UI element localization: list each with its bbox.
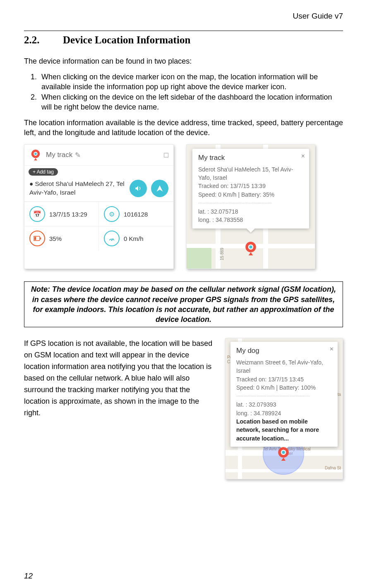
close-icon[interactable]: × xyxy=(330,344,333,354)
popup-speed-battery: Speed: 0 Km/h | Battery: 100% xyxy=(236,383,332,392)
popup-address: Weizmann Street 6, Tel Aviv-Yafo, Israel xyxy=(236,358,332,375)
svg-rect-4 xyxy=(34,237,36,240)
battery-value: 35% xyxy=(49,235,62,242)
device-marker-icon[interactable] xyxy=(276,447,290,461)
two-column-section: If GPS location is not available, the lo… xyxy=(24,338,343,479)
section-title: Device Location Information xyxy=(63,34,190,45)
svg-point-2 xyxy=(34,153,37,155)
info-popup: × My track Sderot Sha'ul HaMelech 15, Te… xyxy=(192,149,309,228)
device-header-row: My track ✎ □ xyxy=(24,145,173,166)
calendar-icon: 📅 xyxy=(29,206,45,222)
info-grid: 📅 13/7/15 13:29 ⚙ 1016128 35% 0 Km/h xyxy=(24,202,173,250)
date-cell: 📅 13/7/15 13:29 xyxy=(24,202,99,226)
popup-divider: ----------------------------------------… xyxy=(198,200,303,206)
location-icon: ● xyxy=(29,180,33,187)
list-item: When clicking on the device on the left … xyxy=(39,93,343,112)
popup-gsm-notice: Location based on mobile network, search… xyxy=(236,417,332,443)
navigate-button[interactable] xyxy=(151,180,168,197)
note-box: Note: The device location may be based o… xyxy=(24,281,343,327)
document-header: User Guide v7 xyxy=(24,12,343,21)
gauge-icon xyxy=(104,231,120,246)
popup-title: My dog xyxy=(236,346,332,356)
address-text: ●Sderot Sha'ul HaMelech 27, Tel Aviv-Yaf… xyxy=(29,180,125,197)
divider xyxy=(24,31,343,31)
figure-row: My track ✎ □ + Add tag ●Sderot Sha'ul Ha… xyxy=(24,144,343,269)
section-number: 2.2. xyxy=(24,34,63,46)
popup-tail-icon xyxy=(247,229,255,233)
device-marker-icon[interactable] xyxy=(244,241,258,255)
edit-icon[interactable]: ✎ xyxy=(75,151,81,159)
popup-address: Sderot Sha'ul HaMelech 15, Tel Aviv-Yafo… xyxy=(198,165,303,182)
popup-long: long. : 34.789924 xyxy=(236,409,332,417)
close-icon[interactable]: × xyxy=(301,151,305,161)
map-gsm-popup-figure: Pediatric Cardiology Tel Aviv Sourasky M… xyxy=(225,338,343,479)
speed-value: 0 Km/h xyxy=(124,235,144,242)
pin-icon xyxy=(29,149,42,161)
gear-icon: ⚙ xyxy=(104,206,120,222)
popup-tracked: Tracked on: 13/7/15 13:45 xyxy=(236,375,332,383)
paragraph: If GPS location is not available, the lo… xyxy=(24,338,216,419)
page-number: 12 xyxy=(24,571,33,581)
device-name-label: My track xyxy=(46,151,72,159)
code-value: 1016128 xyxy=(124,211,148,218)
street-label: 15 869 xyxy=(220,248,224,261)
add-tag-button[interactable]: + Add tag xyxy=(29,168,58,176)
svg-rect-5 xyxy=(40,238,41,240)
address-row: ●Sderot Sha'ul HaMelech 27, Tel Aviv-Yaf… xyxy=(24,178,173,202)
list-item: When clicking on the device marker icon … xyxy=(39,72,343,92)
svg-point-10 xyxy=(249,245,252,248)
popup-tracked: Tracked on: 13/7/15 13:39 xyxy=(198,182,303,190)
popup-lat: lat. : 32.079393 xyxy=(236,400,332,409)
sound-button[interactable] xyxy=(130,180,147,197)
section-heading: 2.2.Device Location Information xyxy=(24,34,343,46)
svg-point-13 xyxy=(282,451,285,454)
popup-long: long. : 34.783558 xyxy=(198,216,303,224)
paragraph: The location information available is th… xyxy=(24,118,343,138)
battery-icon: □ xyxy=(164,151,168,159)
popup-lat: lat. : 32.075718 xyxy=(198,207,303,216)
battery-cell: 35% xyxy=(24,226,99,250)
code-cell: ⚙ 1016128 xyxy=(99,202,173,226)
date-value: 13/7/15 13:29 xyxy=(49,211,87,218)
numbered-list: When clicking on the device marker icon … xyxy=(24,72,343,112)
battery-level-icon xyxy=(29,231,45,246)
info-popup: × My dog Weizmann Street 6, Tel Aviv-Yaf… xyxy=(230,342,338,446)
popup-speed-battery: Speed: 0 Km/h | Battery: 35% xyxy=(198,190,303,199)
map-popup-figure: 15 869 × My track Sderot Sha'ul HaMelech… xyxy=(186,144,315,269)
popup-title: My track xyxy=(198,153,303,163)
device-name[interactable]: My track ✎ xyxy=(46,151,164,159)
intro-paragraph: The device information can be found in t… xyxy=(24,57,343,67)
add-tag-row: + Add tag xyxy=(24,166,173,178)
device-sidebar-card: My track ✎ □ + Add tag ●Sderot Sha'ul Ha… xyxy=(24,144,174,269)
speed-cell: 0 Km/h xyxy=(99,226,173,250)
address-value: Sderot Sha'ul HaMelech 27, Tel Aviv-Yafo… xyxy=(29,180,125,196)
poi-label: Dafna St xyxy=(325,466,341,470)
popup-divider: ----------------------------------------… xyxy=(236,393,332,399)
